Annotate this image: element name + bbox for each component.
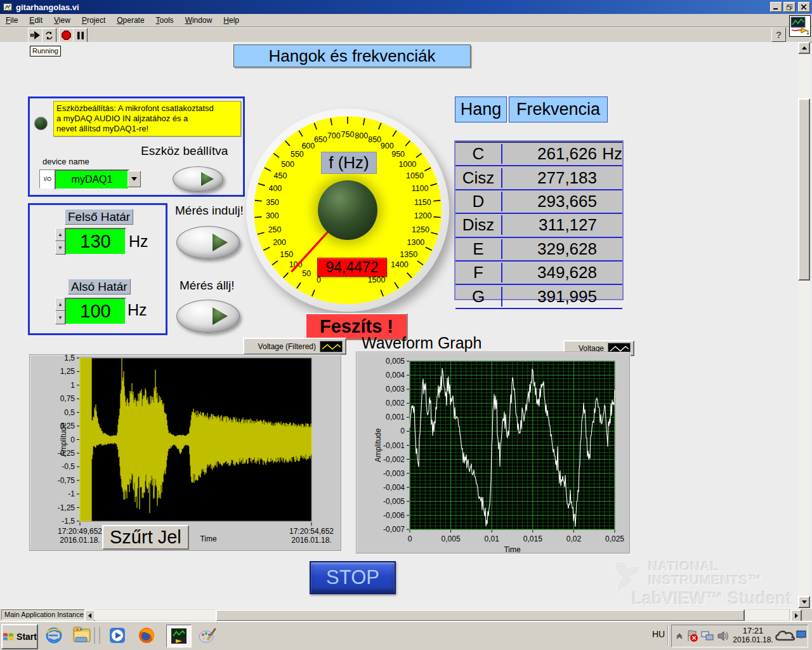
gauge-tick bbox=[297, 282, 301, 288]
measure-stop-button[interactable] bbox=[176, 300, 240, 333]
menu-tools[interactable]: Tools bbox=[150, 15, 180, 26]
menu-project[interactable]: Project bbox=[76, 15, 111, 26]
menu-operate[interactable]: Operate bbox=[111, 15, 150, 26]
internet-explorer-icon[interactable] bbox=[44, 626, 63, 645]
y-tick-label: -1,25 bbox=[58, 503, 75, 512]
note-cell: Cisz bbox=[455, 168, 502, 188]
gauge-tick-label: 1100 bbox=[412, 184, 429, 193]
lower-limit-unit: Hz bbox=[128, 301, 147, 319]
scroll-right-button[interactable] bbox=[790, 609, 802, 622]
gauge-tick bbox=[255, 201, 262, 201]
filtered-signal-legend[interactable]: Voltage (Filtered) bbox=[243, 338, 346, 355]
instruction-note: Eszközbeállítás: A mikrofont csatlakozta… bbox=[53, 101, 241, 136]
arrow-right-icon bbox=[213, 234, 228, 251]
start-label: Start bbox=[16, 632, 37, 642]
labview-taskbar-button[interactable] bbox=[166, 625, 192, 647]
app-instance-selector[interactable]: Main Application Instance bbox=[1, 609, 87, 620]
frequency-value: 391,995 bbox=[537, 287, 597, 307]
lower-limit-field[interactable]: 100 bbox=[65, 298, 126, 325]
title-bar: gitarhangolas.vi bbox=[0, 0, 812, 14]
start-button[interactable]: Start bbox=[1, 624, 38, 649]
horizontal-scrollbar[interactable] bbox=[94, 609, 789, 620]
menu-window[interactable]: Window bbox=[180, 15, 218, 26]
menu-help[interactable]: Help bbox=[218, 15, 245, 26]
decrement-button[interactable]: ▼ bbox=[55, 241, 65, 255]
gauge-label: f (Hz) bbox=[321, 152, 377, 174]
restore-button[interactable] bbox=[783, 2, 796, 12]
minimize-button[interactable] bbox=[770, 2, 782, 12]
increment-button[interactable]: ▲ bbox=[55, 298, 65, 311]
gauge-tick-label: 850 bbox=[368, 135, 381, 144]
weather-cloud-icon[interactable] bbox=[773, 628, 796, 644]
scroll-up-button[interactable] bbox=[798, 42, 810, 54]
frequency-value: 277,183 bbox=[537, 168, 597, 188]
gauge-tick-label: 600 bbox=[301, 142, 315, 150]
context-help-button[interactable]: ? bbox=[771, 27, 786, 42]
show-desktop-icon[interactable] bbox=[796, 630, 806, 639]
language-indicator[interactable]: HU bbox=[652, 629, 665, 639]
media-player-icon[interactable] bbox=[108, 626, 127, 645]
menu-edit[interactable]: Edit bbox=[23, 15, 48, 26]
note-cell: C bbox=[455, 144, 502, 164]
legend-label: Voltage (Filtered) bbox=[258, 342, 316, 351]
gauge-tick bbox=[265, 168, 271, 171]
file-explorer-icon[interactable] bbox=[71, 626, 96, 645]
pause-button[interactable] bbox=[73, 28, 88, 43]
menu-view[interactable]: View bbox=[48, 15, 76, 26]
device-name-label: device name bbox=[43, 157, 89, 166]
lower-limit-stepper: ▲ ▼ bbox=[55, 298, 65, 324]
menu-bar: FileEditViewProjectOperateToolsWindowHel… bbox=[0, 14, 812, 27]
y-tick-label: 0,002 bbox=[386, 399, 405, 408]
note-frequency-table: C261,626HzCisz277,183D293,665Disz311,127… bbox=[454, 140, 624, 300]
y-tick-label: 0 bbox=[70, 435, 75, 444]
scroll-down-button[interactable] bbox=[798, 596, 810, 608]
measure-start-button[interactable] bbox=[176, 226, 240, 259]
frequency-cell: 293,665 bbox=[502, 192, 622, 211]
note-cell: D bbox=[455, 192, 502, 211]
y-tick-label: -1 bbox=[68, 489, 75, 498]
gauge-tick-label: 250 bbox=[268, 225, 282, 234]
decrement-button[interactable]: ▼ bbox=[55, 311, 65, 324]
gauge-tick-label: 150 bbox=[280, 250, 293, 259]
device-name-combo[interactable]: myDAQ1 bbox=[55, 169, 129, 190]
volume-icon[interactable] bbox=[717, 630, 730, 642]
waveform-graph: 0,0050,0040,0030,0020,0010-0,001-0,002-0… bbox=[356, 352, 630, 554]
x-tick-label: 0,015 bbox=[523, 534, 542, 543]
vi-connector-icon[interactable]: 1 bbox=[789, 15, 811, 37]
y-tick-label: -0,5 bbox=[62, 462, 75, 471]
device-set-button[interactable] bbox=[173, 166, 223, 192]
gauge-tick-label: 1200 bbox=[414, 211, 432, 220]
zigzag-icon bbox=[320, 342, 342, 352]
increment-button[interactable]: ▲ bbox=[55, 228, 65, 241]
frequency-value: 311,127 bbox=[539, 215, 597, 235]
y-tick-label: 1 bbox=[70, 381, 75, 390]
tray-clock[interactable]: 17:21 2016.01.18. bbox=[733, 626, 773, 645]
running-status-badge: Running bbox=[30, 46, 61, 56]
firefox-icon[interactable] bbox=[137, 626, 156, 645]
gauge-tick-label: 1300 bbox=[407, 238, 425, 247]
scroll-thumb[interactable] bbox=[798, 98, 810, 281]
abort-button[interactable] bbox=[59, 28, 74, 43]
frequency-value: 293,665 bbox=[537, 192, 597, 211]
hide-icons-chevron[interactable] bbox=[676, 632, 683, 639]
upper-limit-field[interactable]: 130 bbox=[65, 228, 126, 255]
stop-button[interactable]: STOP bbox=[310, 561, 396, 594]
arrow-up-icon bbox=[802, 46, 807, 50]
vertical-scrollbar[interactable] bbox=[798, 42, 810, 608]
gauge-tick-label: 1400 bbox=[391, 260, 409, 269]
gauge-tick bbox=[405, 141, 410, 146]
device-dropdown-button[interactable] bbox=[128, 171, 141, 187]
security-alert-icon[interactable] bbox=[686, 630, 698, 642]
close-button[interactable] bbox=[798, 2, 810, 12]
gauge-tick bbox=[379, 123, 381, 129]
help-glyph: ? bbox=[776, 29, 782, 40]
run-continuous-button[interactable] bbox=[42, 28, 56, 43]
paint-icon[interactable] bbox=[198, 626, 217, 645]
network-icon[interactable] bbox=[701, 631, 714, 641]
scroll-thumb[interactable] bbox=[216, 609, 745, 621]
menu-file[interactable]: File bbox=[0, 15, 23, 26]
y-tick-label: 0,005 bbox=[386, 357, 405, 366]
device-ready-led[interactable] bbox=[34, 117, 48, 130]
gauge-knob[interactable] bbox=[318, 180, 377, 240]
run-button[interactable] bbox=[28, 28, 43, 43]
